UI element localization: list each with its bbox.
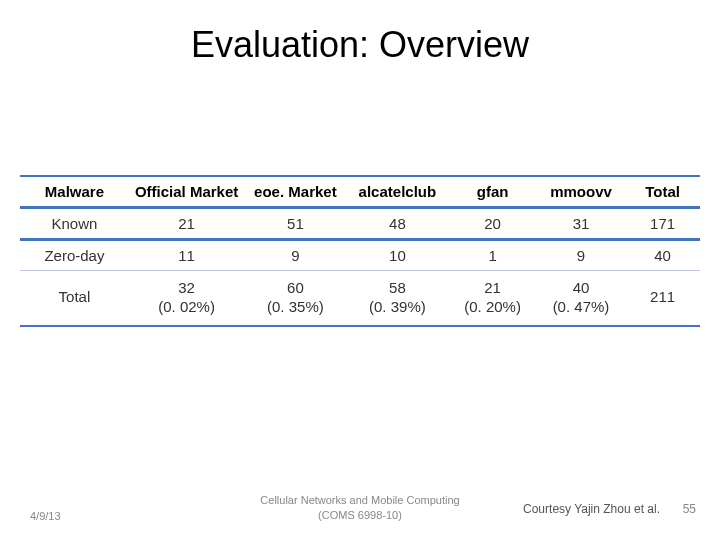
cell: 32 (0. 02%) (129, 271, 245, 326)
cell: 10 (346, 240, 448, 271)
cell: 51 (244, 208, 346, 240)
cell: 11 (129, 240, 245, 271)
cell: 21 (129, 208, 245, 240)
cell: 9 (244, 240, 346, 271)
cell: 60 (0. 35%) (244, 271, 346, 326)
cell: Total (20, 271, 129, 326)
cell: 40 (625, 240, 700, 271)
row-total: Total 32 (0. 02%) 60 (0. 35%) 58 (0. 39%… (20, 271, 700, 326)
col-official-market: Official Market (129, 176, 245, 208)
footer-page-number: 55 (683, 502, 696, 516)
cell: 21 (0. 20%) (448, 271, 536, 326)
evaluation-table: Malware Official Market eoe. Market alca… (20, 175, 700, 327)
cell: 48 (346, 208, 448, 240)
cell: 1 (448, 240, 536, 271)
cell: 9 (537, 240, 625, 271)
cell: 40 (0. 47%) (537, 271, 625, 326)
cell: 171 (625, 208, 700, 240)
slide-title: Evaluation: Overview (0, 0, 720, 66)
footer-course: Cellular Networks and Mobile Computing (… (260, 493, 459, 522)
col-malware: Malware (20, 176, 129, 208)
cell: 211 (625, 271, 700, 326)
col-eoe-market: eoe. Market (244, 176, 346, 208)
row-zero-day: Zero-day 11 9 10 1 9 40 (20, 240, 700, 271)
table-header-row: Malware Official Market eoe. Market alca… (20, 176, 700, 208)
cell: 20 (448, 208, 536, 240)
col-total: Total (625, 176, 700, 208)
cell: Known (20, 208, 129, 240)
slide-footer: 4/9/13 Cellular Networks and Mobile Comp… (0, 482, 720, 522)
footer-courtesy: Courtesy Yajin Zhou et al. (523, 502, 660, 516)
cell: Zero-day (20, 240, 129, 271)
row-known: Known 21 51 48 20 31 171 (20, 208, 700, 240)
col-gfan: gfan (448, 176, 536, 208)
cell: 58 (0. 39%) (346, 271, 448, 326)
col-alcatelclub: alcatelclub (346, 176, 448, 208)
col-mmoovv: mmoovv (537, 176, 625, 208)
footer-date: 4/9/13 (30, 510, 61, 522)
cell: 31 (537, 208, 625, 240)
